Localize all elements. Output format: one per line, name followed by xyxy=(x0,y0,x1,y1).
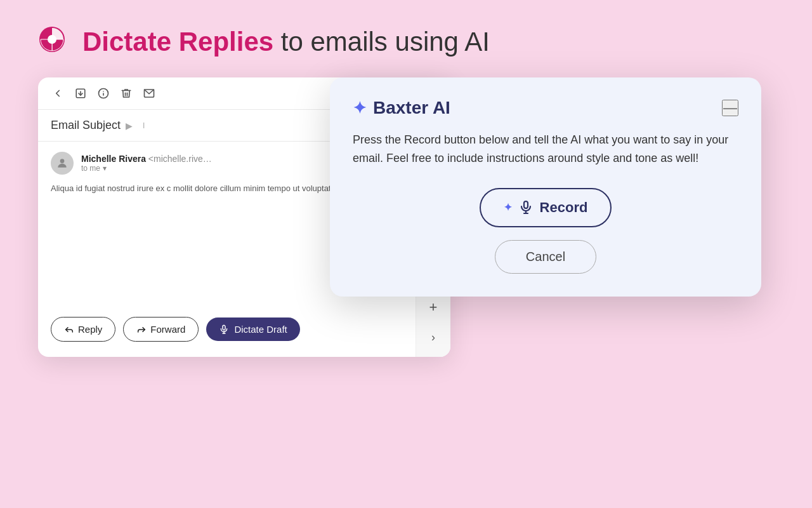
forward-button[interactable]: Forward xyxy=(123,317,199,342)
back-icon[interactable] xyxy=(51,86,65,100)
svg-rect-13 xyxy=(524,201,528,208)
dialog-header: ✦ Baxter AI — xyxy=(353,98,738,118)
ai-dialog: ✦ Baxter AI — Press the Record button be… xyxy=(330,77,761,297)
dictate-draft-button[interactable]: Dictate Draft xyxy=(206,318,299,341)
svg-point-9 xyxy=(60,159,65,163)
email-label: I xyxy=(143,121,145,130)
page-header: Dictate Replies to emails using AI xyxy=(0,0,812,77)
email-actions: Reply Forward Dictate Draft xyxy=(38,304,313,357)
delete-icon[interactable] xyxy=(119,86,133,100)
reply-button[interactable]: Reply xyxy=(51,317,115,342)
download-icon[interactable] xyxy=(74,86,88,100)
forward-icon xyxy=(136,324,147,335)
record-button[interactable]: ✦ Record xyxy=(480,188,612,227)
sparkle-icon: ✦ xyxy=(353,98,367,118)
page-title: Dictate Replies to emails using AI xyxy=(82,27,490,57)
avatar xyxy=(51,152,74,175)
record-sparkle-icon: ✦ xyxy=(504,201,512,213)
email-subject: Email Subject xyxy=(51,119,121,132)
minimize-button[interactable]: — xyxy=(722,100,738,116)
plus-icon[interactable]: + xyxy=(429,299,438,316)
svg-point-2 xyxy=(48,35,56,44)
reply-icon xyxy=(64,324,74,335)
info-icon[interactable] xyxy=(96,86,110,100)
subject-arrow-icon: ▶ xyxy=(126,121,133,131)
main-content: Email Subject ▶ I Michelle Rivera <miche… xyxy=(0,77,812,357)
cancel-button[interactable]: Cancel xyxy=(495,240,596,274)
record-mic-icon xyxy=(518,200,534,215)
dialog-description: Press the Record button below and tell t… xyxy=(353,131,738,168)
mail-icon[interactable] xyxy=(142,86,156,100)
svg-rect-10 xyxy=(223,325,225,330)
dictate-mic-icon xyxy=(219,324,229,335)
app-logo xyxy=(38,25,71,58)
dialog-title: ✦ Baxter AI xyxy=(353,98,450,118)
chevron-right-icon[interactable]: › xyxy=(431,331,435,344)
